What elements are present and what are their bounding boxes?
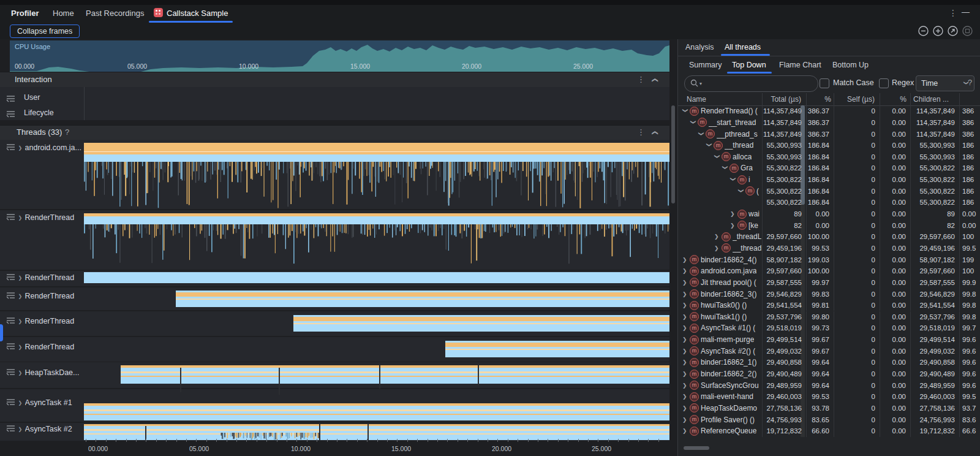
chevron-collapsed-icon[interactable]: ❯ — [682, 302, 688, 308]
subtab-summary[interactable]: Summary — [689, 61, 722, 69]
tree-row[interactable]: ❯mhwuiTask0() ()29,541,55499.8100.0029,5… — [678, 300, 980, 311]
tree-row[interactable]: ❯mhwuiTask1() ()29,537,79699.8000.0029,5… — [678, 311, 980, 323]
chevron-right-icon[interactable]: ❯ — [18, 400, 22, 406]
callstack-spikes[interactable] — [84, 224, 669, 265]
chevron-collapsed-icon[interactable]: ❯ — [714, 245, 720, 251]
filter-type-dropdown[interactable]: Time ❯ — [916, 75, 974, 91]
chevron-collapsed-icon[interactable]: ❯ — [682, 405, 688, 411]
zoom-out-icon[interactable] — [918, 26, 929, 36]
tab-analysis[interactable]: Analysis — [685, 43, 714, 51]
chevron-collapsed-icon[interactable]: ❯ — [682, 325, 688, 331]
tree-row[interactable]: ❯mandroid.com.java29,597,660100.0000.002… — [678, 265, 980, 277]
chevron-expanded-icon[interactable]: ❯ — [682, 108, 688, 114]
tree-row[interactable]: ❯m__thread29,459,19699.5300.0029,459,196… — [678, 243, 980, 254]
thread-label[interactable]: ❯RenderThread — [6, 342, 74, 352]
trace-bar[interactable] — [293, 315, 669, 332]
chevron-right-icon[interactable]: ❯ — [18, 215, 22, 221]
trace-bar[interactable] — [84, 403, 669, 420]
thread-label[interactable]: ❯RenderThread — [6, 273, 74, 283]
chevron-collapsed-icon[interactable]: ❯ — [730, 211, 736, 217]
match-case-label[interactable]: Match Case — [833, 78, 874, 87]
chevron-collapsed-icon[interactable]: ❯ — [730, 222, 736, 229]
thread-label[interactable]: ❯AsyncTask #1 — [6, 398, 72, 408]
match-case-checkbox[interactable] — [820, 78, 829, 88]
chevron-collapsed-icon[interactable]: ❯ — [714, 234, 720, 240]
chevron-right-icon[interactable]: ❯ — [18, 294, 22, 299]
tree-row[interactable]: ❯m__thread55,300,993186.8400.0055,300,99… — [678, 140, 980, 151]
tree-row[interactable]: ❯mi55,300,822186.8400.0055,300,822186 — [678, 174, 980, 186]
tree-row[interactable]: ❯mHeapTaskDaemo27,758,13693.7800.0027,75… — [678, 403, 980, 414]
trace-bar[interactable] — [445, 341, 669, 357]
reset-zoom-icon[interactable] — [948, 26, 958, 36]
tree-row[interactable]: ❯mGra55,300,822186.8400.0055,300,822186 — [678, 162, 980, 174]
trace-bar[interactable] — [84, 143, 669, 154]
search-input[interactable]: ▾ — [684, 75, 818, 92]
chevron-collapsed-icon[interactable]: ❯ — [682, 314, 688, 320]
kebab-menu-icon[interactable]: ⋮ — [949, 8, 957, 18]
subtab-flame-chart[interactable]: Flame Chart — [779, 61, 821, 69]
tree-row[interactable]: ❯m_threadL29,597,660100.0000.0029,597,66… — [678, 231, 980, 243]
chevron-right-icon[interactable]: ❯ — [18, 344, 22, 350]
chevron-right-icon[interactable]: ❯ — [18, 427, 22, 432]
chevron-collapsed-icon[interactable]: ❯ — [682, 371, 688, 377]
tree-row[interactable]: ❯m[ke820.0000.00820.00 — [678, 219, 980, 231]
horizontal-scrollbar[interactable] — [684, 446, 709, 450]
tree-row[interactable]: ❯mmali-event-hand29,460,00399.5300.0029,… — [678, 391, 980, 403]
chevron-collapsed-icon[interactable]: ❯ — [682, 359, 688, 365]
chevron-right-icon[interactable]: ❯ — [18, 145, 22, 151]
vertical-scrollbar[interactable] — [671, 105, 675, 203]
tree-row[interactable]: ❯mbinder:16862_3()29,546,82999.8300.0029… — [678, 288, 980, 300]
callstack-spikes[interactable] — [84, 162, 669, 208]
chevron-collapsed-icon[interactable]: ❯ — [682, 291, 688, 297]
tree-row[interactable]: ❯mbinder:16862_4()58,907,182199.0300.005… — [678, 254, 980, 265]
chevron-collapsed-icon[interactable]: ❯ — [682, 336, 688, 343]
column-name[interactable]: Name — [678, 93, 763, 105]
tab-callstack-sample[interactable]: Callstack Sample — [167, 9, 228, 18]
tab-past-recordings[interactable]: Past Recordings — [86, 9, 144, 18]
chevron-expanded-icon[interactable]: ❯ — [698, 131, 704, 137]
tree-row[interactable]: ❯mbinder:16862_2()29,490,48999.6400.0029… — [678, 368, 980, 380]
trace-bar[interactable] — [84, 272, 669, 283]
tree-row[interactable]: ❯mAsyncTask #2() (29,499,03299.6700.0029… — [678, 345, 980, 357]
chevron-right-icon[interactable]: ❯ — [18, 370, 22, 376]
trace-bar[interactable] — [121, 365, 669, 384]
tree-row[interactable]: ❯mbinder:16862_1()29,490,85899.6400.0029… — [678, 357, 980, 368]
chevron-expanded-icon[interactable]: ❯ — [690, 120, 696, 125]
minimize-icon[interactable]: — — [962, 7, 970, 17]
thread-label[interactable]: ❯RenderThread — [6, 291, 74, 301]
tree-row[interactable]: ❯mwai890.0000.00890.00 — [678, 208, 980, 220]
chevron-collapsed-icon[interactable]: ❯ — [682, 268, 688, 274]
tab-home[interactable]: Home — [53, 9, 74, 18]
chevron-right-icon[interactable]: ❯ — [18, 275, 22, 281]
thread-label[interactable]: ❯android.com.ja... — [6, 143, 81, 153]
column-children[interactable]: Children ... — [911, 93, 960, 105]
chevron-collapsed-icon[interactable]: ❯ — [682, 348, 688, 354]
help-icon[interactable]: ? — [968, 78, 972, 87]
trace-bar[interactable] — [84, 154, 669, 162]
thread-label[interactable]: ❯RenderThread — [6, 213, 74, 222]
tree-row[interactable]: ❯mJit thread pool() (29,587,55599.9700.0… — [678, 277, 980, 289]
thread-label[interactable]: ❯HeapTaskDae... — [6, 368, 79, 378]
chevron-collapsed-icon[interactable]: ❯ — [682, 393, 688, 400]
tree-row[interactable]: ❯m__start_thread114,357,849386.3700.0011… — [678, 117, 980, 129]
thread-label[interactable]: ❯AsyncTask #2 — [6, 424, 72, 434]
chevron-right-icon[interactable]: ❯ — [18, 319, 22, 324]
regex-checkbox[interactable] — [879, 78, 889, 88]
chevron-expanded-icon[interactable]: ❯ — [722, 165, 728, 171]
tree-row[interactable]: ❯malloca55,300,993186.8400.0055,300,9931… — [678, 151, 980, 163]
trace-bar[interactable] — [176, 291, 669, 307]
tree-row[interactable]: ❯m(55,300,822186.8400.0055,300,822186 — [678, 185, 980, 197]
chevron-expanded-icon[interactable]: ❯ — [730, 177, 736, 183]
thread-label[interactable]: ❯RenderThread — [6, 316, 74, 326]
subtab-bottom-up[interactable]: Bottom Up — [832, 61, 869, 69]
chevron-collapsed-icon[interactable]: ❯ — [682, 279, 688, 286]
trace-bar[interactable] — [84, 216, 669, 224]
column-children-pct[interactable] — [960, 93, 979, 105]
chevron-collapsed-icon[interactable]: ❯ — [682, 382, 688, 389]
subtab-top-down[interactable]: Top Down — [732, 61, 766, 69]
tree-row[interactable]: ❯mProfile Saver() ()24,756,99383.6500.00… — [678, 414, 980, 425]
tree-row[interactable]: ❯mAsyncTask #1() (29,518,01999.7300.0029… — [678, 322, 980, 334]
tree-row[interactable]: ❯mmali-mem-purge29,499,51499.6700.0029,4… — [678, 334, 980, 346]
column-total[interactable]: Total (µs) — [763, 93, 807, 105]
column-total-pct[interactable]: % — [807, 93, 834, 105]
